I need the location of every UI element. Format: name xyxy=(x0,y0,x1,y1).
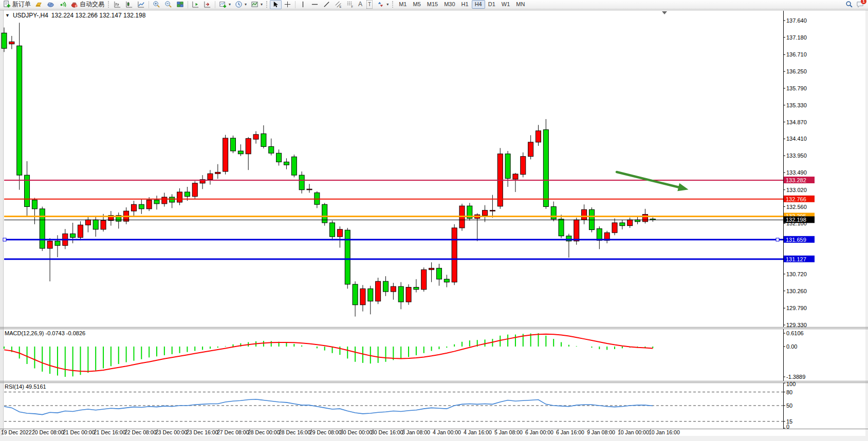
template-icon xyxy=(251,1,258,8)
candle xyxy=(521,157,526,175)
bar-chart-button[interactable] xyxy=(112,0,123,9)
zoom-in-icon xyxy=(153,1,160,8)
line-chart-icon xyxy=(137,1,145,8)
time-axis-label: 19 Dec 2022 xyxy=(1,429,32,435)
candle xyxy=(414,287,419,290)
candle xyxy=(620,223,625,226)
candle xyxy=(55,241,60,246)
signal-waves-icon xyxy=(59,1,66,8)
auto-scroll-button[interactable] xyxy=(190,0,201,9)
toolbar-grip xyxy=(392,1,394,8)
trendline-button[interactable] xyxy=(321,0,333,9)
macd-axis-label: -1.3889 xyxy=(786,374,805,380)
timeframe-button-d1[interactable]: D1 xyxy=(485,0,498,9)
text-label-button[interactable]: T xyxy=(364,0,375,9)
candle xyxy=(559,219,564,236)
periods-button[interactable]: ▾ xyxy=(233,0,249,9)
macd-axis-label: 0.6106 xyxy=(786,330,804,336)
toolbar-separator xyxy=(149,1,149,8)
signals-button[interactable] xyxy=(57,0,68,9)
charts-cloud-button[interactable] xyxy=(45,0,57,9)
search-icon[interactable] xyxy=(845,1,853,8)
chart-shift-button[interactable] xyxy=(201,0,213,9)
arrows-button[interactable]: ▾ xyxy=(375,0,391,9)
time-axis-label: 10 Jan 00:00 xyxy=(618,429,649,435)
time-axis-label: 23 Dec 16:00 xyxy=(186,429,218,435)
time-axis-label: 30 Dec 00:00 xyxy=(340,429,373,435)
rsi-axis-label: 80 xyxy=(786,389,792,395)
price-axis-label: 129.330 xyxy=(786,322,807,328)
candle xyxy=(444,279,449,282)
candle xyxy=(383,281,389,292)
candle xyxy=(483,210,488,216)
time-axis-label: 6 Jan 16:00 xyxy=(556,429,584,435)
indicators-button[interactable]: ▾ xyxy=(217,0,233,9)
chart-shift-marker[interactable] xyxy=(662,11,667,14)
chart-dropdown-icon[interactable]: ▼ xyxy=(5,13,10,18)
time-axis-label: 21 Dec 00:00 xyxy=(63,429,95,435)
fibonacci-button[interactable]: F xyxy=(344,0,356,9)
candle xyxy=(9,42,14,44)
price-axis-label: 133.020 xyxy=(786,187,807,193)
candle xyxy=(299,175,304,190)
price-axis-label: 133.490 xyxy=(786,169,807,176)
templates-button[interactable]: ▾ xyxy=(249,0,265,9)
candle xyxy=(551,207,556,219)
timeframe-button-h4[interactable]: H4 xyxy=(472,0,485,9)
candle xyxy=(368,289,373,301)
candle xyxy=(337,229,342,237)
candle xyxy=(93,220,98,229)
notification-badge: 1 xyxy=(861,0,866,4)
cursor-arrow-icon xyxy=(272,1,280,8)
timeframe-button-m30[interactable]: M30 xyxy=(441,0,458,9)
timeframe-button-w1[interactable]: W1 xyxy=(498,0,513,9)
zoom-out-button[interactable] xyxy=(162,0,174,9)
timeframe-toolbar: M1M5M15M30H1H4D1W1MN xyxy=(396,0,528,9)
horizontal-line-button[interactable] xyxy=(309,0,321,9)
vertical-line-icon xyxy=(299,1,307,8)
channel-button[interactable]: E xyxy=(333,0,344,9)
hline-handle[interactable] xyxy=(776,238,779,241)
cursor-button[interactable] xyxy=(270,0,282,9)
gold-ingot-icon xyxy=(35,1,43,8)
new-order-label: 新订单 xyxy=(12,0,31,9)
candlestick-chart-button[interactable] xyxy=(123,0,135,9)
time-axis-label: 29 Dec 08:00 xyxy=(309,429,342,435)
timeframe-button-m1[interactable]: M1 xyxy=(396,0,410,9)
timeframe-button-mn[interactable]: MN xyxy=(513,0,528,9)
toolbar-separator xyxy=(215,1,215,8)
text-button[interactable]: A xyxy=(356,0,364,9)
zoom-out-icon xyxy=(164,1,172,8)
timeframe-button-m15[interactable]: M15 xyxy=(424,0,441,9)
candle xyxy=(330,223,335,237)
crosshair-button[interactable] xyxy=(282,0,293,9)
hline-handle[interactable] xyxy=(3,238,6,241)
line-chart-button[interactable] xyxy=(135,0,147,9)
gold-button[interactable] xyxy=(33,0,45,9)
notifications-button[interactable]: 1 xyxy=(856,1,864,8)
price-tag-label: 133.282 xyxy=(786,177,806,183)
rsi-indicator-label: RSI(14) 49.5161 xyxy=(5,384,46,390)
price-axis-label: 132.560 xyxy=(786,204,807,210)
chart-canvas[interactable]: 137.640137.180136.710136.250135.790135.3… xyxy=(0,0,868,441)
timeframe-button-h1[interactable]: H1 xyxy=(458,0,472,9)
tile-windows-button[interactable] xyxy=(174,0,186,9)
candle xyxy=(47,241,52,248)
candle xyxy=(177,192,182,202)
vertical-line-button[interactable] xyxy=(297,0,309,9)
time-axis-label: 5 Jan 08:00 xyxy=(494,429,523,435)
new-order-button[interactable]: 新订单 xyxy=(1,0,33,9)
toolbar-separator xyxy=(295,1,296,8)
crosshair-icon xyxy=(284,1,291,8)
dropdown-caret-icon: ▾ xyxy=(245,2,247,7)
time-axis-label: 4 Jan 00:00 xyxy=(433,429,461,435)
toolbar-separator xyxy=(188,1,188,8)
candle xyxy=(642,214,648,221)
timeframe-button-m5[interactable]: M5 xyxy=(410,0,423,9)
candle xyxy=(192,183,197,197)
autotrade-button[interactable]: 自动交易 xyxy=(68,0,106,9)
zoom-in-button[interactable] xyxy=(151,0,162,9)
macd-indicator-label: MACD(12,26,9) -0.0743 -0.0826 xyxy=(5,330,85,336)
price-axis-label: 130.260 xyxy=(786,288,807,294)
mt4-window: 新订单 自动交易 xyxy=(0,0,868,441)
